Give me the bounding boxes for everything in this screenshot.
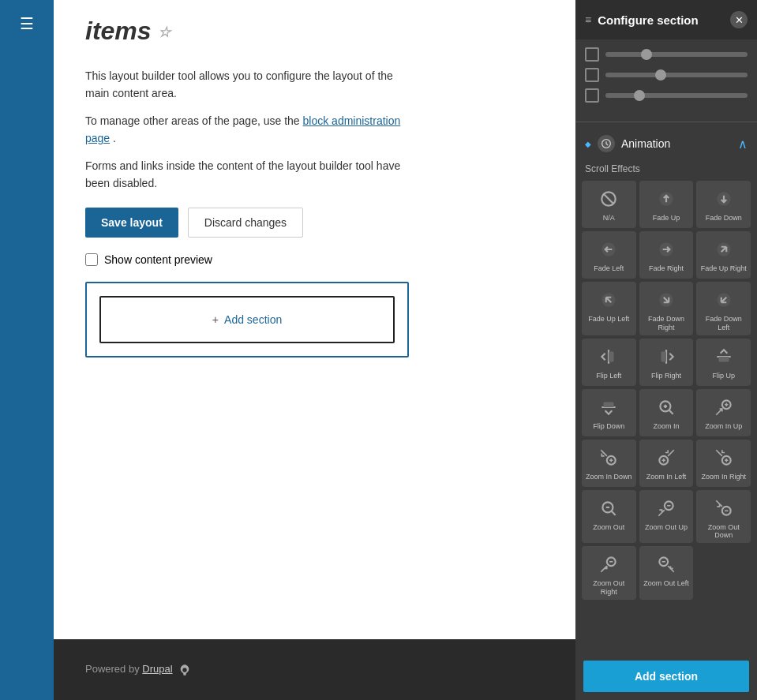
effect-label-zoom_out_left: Zoom Out Left bbox=[643, 579, 689, 588]
slider-track-2[interactable] bbox=[605, 73, 748, 77]
effect-icon-zoom_in_left bbox=[654, 446, 678, 470]
effect-item-fade_down_left[interactable]: Fade Down Left bbox=[696, 282, 751, 335]
effect-icon-fade_right bbox=[654, 238, 678, 261]
effect-item-zoom_in_right[interactable]: Zoom In Right bbox=[696, 440, 751, 487]
animation-label: Animation bbox=[621, 137, 670, 150]
effect-item-zoom_out[interactable]: Zoom Out bbox=[582, 490, 636, 544]
effect-item-fade_down_right[interactable]: Fade Down Right bbox=[639, 282, 694, 335]
effect-label-flip_right: Flip Right bbox=[651, 372, 681, 380]
effect-label-fade_up: Fade Up bbox=[653, 214, 680, 223]
effect-item-fade_right[interactable]: Fade Right bbox=[639, 231, 694, 279]
svg-line-2 bbox=[604, 194, 614, 204]
effect-icon-zoom_out_down bbox=[712, 496, 736, 520]
svg-rect-14 bbox=[604, 402, 614, 407]
slider-row-1 bbox=[585, 47, 748, 62]
effect-item-zoom_in_down[interactable]: Zoom In Down bbox=[582, 440, 636, 487]
main-content: items ☆ This layout builder tool allows … bbox=[54, 0, 575, 700]
effect-item-flip_right[interactable]: Flip Right bbox=[639, 339, 694, 386]
effect-item-fade_up_right[interactable]: Fade Up Right bbox=[696, 231, 751, 279]
effect-item-zoom_in_left[interactable]: Zoom In Left bbox=[639, 440, 694, 487]
effect-label-fade_down_right: Fade Down Right bbox=[643, 315, 691, 332]
effect-label-zoom_out_down: Zoom Out Down bbox=[699, 523, 748, 541]
effect-item-zoom_out_up[interactable]: Zoom Out Up bbox=[639, 490, 694, 544]
effect-item-zoom_in_up[interactable]: Zoom In Up bbox=[696, 389, 751, 436]
add-section-link[interactable]: Add section bbox=[224, 313, 282, 326]
slider-row-3 bbox=[585, 88, 748, 103]
effect-icon-fade_down bbox=[712, 187, 736, 211]
effect-icon-fade_down_right bbox=[654, 288, 678, 312]
effect-icon-flip_left bbox=[597, 345, 620, 369]
effect-label-fade_up_left: Fade Up Left bbox=[588, 315, 629, 324]
scroll-effects-label: Scroll Effects bbox=[575, 160, 757, 181]
effect-icon-flip_up bbox=[712, 345, 736, 369]
slider-track-1[interactable] bbox=[605, 52, 748, 57]
effect-item-flip_left[interactable]: Flip Left bbox=[582, 339, 636, 386]
effect-icon-zoom_in_right bbox=[712, 446, 736, 470]
slider-track-3[interactable] bbox=[605, 93, 748, 98]
effect-label-flip_up: Flip Up bbox=[712, 372, 735, 380]
effect-item-flip_down[interactable]: Flip Down bbox=[582, 389, 636, 436]
effect-item-fade_up[interactable]: Fade Up bbox=[639, 181, 694, 228]
effect-icon-zoom_in bbox=[654, 395, 678, 419]
right-panel: ≡ Configure section ✕ bbox=[575, 0, 757, 700]
effect-label-na: N/A bbox=[603, 214, 615, 223]
effect-item-fade_left[interactable]: Fade Left bbox=[582, 231, 636, 279]
effect-label-zoom_out_up: Zoom Out Up bbox=[645, 523, 688, 532]
page-body: This layout builder tool allows you to c… bbox=[54, 51, 575, 639]
effect-label-flip_down: Flip Down bbox=[593, 422, 624, 431]
effect-item-zoom_in[interactable]: Zoom In bbox=[639, 389, 694, 436]
effect-label-zoom_in_right: Zoom In Right bbox=[701, 473, 746, 481]
sliders-area bbox=[575, 39, 757, 117]
animation-effect-icon bbox=[598, 135, 615, 152]
effect-item-zoom_out_left[interactable]: Zoom Out Left bbox=[639, 546, 694, 600]
page-header: items ☆ bbox=[54, 0, 575, 51]
effect-icon-zoom_in_down bbox=[597, 446, 620, 470]
diamond-icon: ◆ bbox=[585, 140, 591, 148]
hamburger-icon[interactable]: ☰ bbox=[20, 14, 34, 33]
slider-checkbox-2[interactable] bbox=[585, 68, 599, 82]
svg-rect-12 bbox=[661, 351, 666, 361]
footer: Powered by Drupal bbox=[54, 639, 575, 700]
slider-checkbox-1[interactable] bbox=[585, 47, 599, 62]
save-layout-button[interactable]: Save layout bbox=[85, 208, 178, 238]
effects-grid: N/AFade UpFade DownFade LeftFade RightFa… bbox=[575, 181, 757, 600]
panel-lines-icon: ≡ bbox=[585, 13, 591, 26]
content-preview-label: Show content preview bbox=[104, 253, 212, 266]
svg-rect-13 bbox=[718, 357, 729, 362]
svg-line-22 bbox=[612, 511, 616, 515]
effect-icon-fade_down_left bbox=[712, 288, 736, 312]
svg-line-16 bbox=[669, 410, 673, 414]
panel-scroll-area: ◆ Animation ∧ Scroll Effects N/AFade UpF… bbox=[575, 39, 757, 700]
effect-item-zoom_out_right[interactable]: Zoom Out Right bbox=[582, 546, 636, 600]
effect-item-fade_down[interactable]: Fade Down bbox=[696, 181, 751, 228]
panel-close-button[interactable]: ✕ bbox=[730, 11, 748, 28]
favorite-icon[interactable]: ☆ bbox=[158, 24, 171, 40]
drupal-link[interactable]: Drupal bbox=[142, 663, 172, 675]
svg-rect-11 bbox=[609, 351, 614, 361]
effect-item-flip_up[interactable]: Flip Up bbox=[696, 339, 751, 386]
effect-item-zoom_out_down[interactable]: Zoom Out Down bbox=[696, 490, 751, 544]
effect-label-zoom_in_left: Zoom In Left bbox=[646, 473, 687, 481]
add-section-inner-container[interactable]: + Add section bbox=[99, 296, 395, 343]
effect-icon-zoom_out_left bbox=[654, 552, 678, 576]
slider-checkbox-3[interactable] bbox=[585, 88, 599, 103]
button-row: Save layout Discard changes bbox=[85, 208, 544, 238]
effect-icon-fade_up bbox=[654, 187, 678, 211]
effect-item-na[interactable]: N/A bbox=[582, 181, 636, 228]
effect-label-zoom_out_right: Zoom Out Right bbox=[585, 579, 633, 597]
discard-changes-button[interactable]: Discard changes bbox=[188, 208, 303, 238]
effect-icon-fade_left bbox=[597, 238, 620, 261]
panel-title: Configure section bbox=[598, 13, 699, 27]
effect-item-fade_up_left[interactable]: Fade Up Left bbox=[582, 282, 636, 335]
footer-text: Powered by Drupal bbox=[85, 663, 544, 676]
content-preview-checkbox[interactable] bbox=[85, 253, 98, 266]
animation-header[interactable]: ◆ Animation ∧ bbox=[575, 127, 757, 160]
effect-icon-flip_down bbox=[597, 395, 620, 419]
effect-label-zoom_in_up: Zoom In Up bbox=[705, 422, 742, 431]
effect-label-flip_left: Flip Left bbox=[596, 372, 621, 380]
add-section-panel-button[interactable]: Add section bbox=[583, 661, 749, 692]
effect-label-fade_down_left: Fade Down Left bbox=[699, 315, 748, 332]
checkbox-row: Show content preview bbox=[85, 253, 544, 266]
drupal-icon bbox=[178, 664, 191, 676]
panel-divider bbox=[575, 122, 757, 122]
